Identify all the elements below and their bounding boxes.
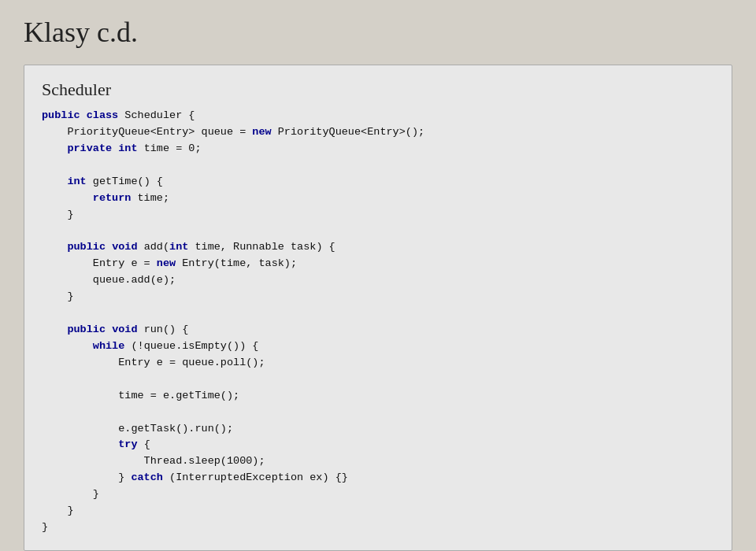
main-content: Klasy c.d. Scheduler public class Schedu… bbox=[0, 0, 756, 551]
code-heading: Scheduler bbox=[42, 80, 714, 100]
code-block: public class Scheduler { PriorityQueue<E… bbox=[42, 108, 714, 536]
slide-title: Klasy c.d. bbox=[24, 16, 732, 49]
code-box: Scheduler public class Scheduler { Prior… bbox=[24, 65, 732, 551]
